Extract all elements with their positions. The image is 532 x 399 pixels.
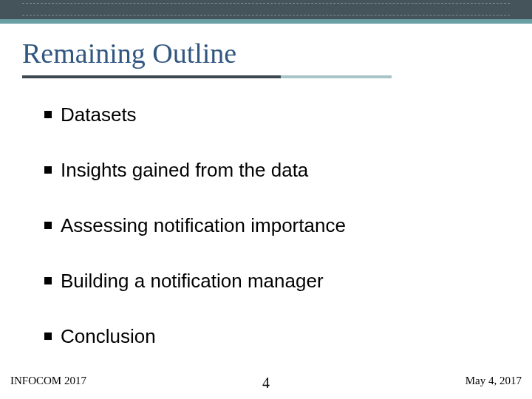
- bullet-text: Building a notification manager: [61, 270, 324, 292]
- bullet-item: Datasets: [44, 103, 488, 126]
- footer-date: May 4, 2017: [466, 375, 522, 387]
- bullet-text: Insights gained from the data: [61, 159, 308, 181]
- slide-title: Remaining Outline: [22, 37, 236, 69]
- bullet-item: Insights gained from the data: [44, 159, 488, 182]
- title-underline-dark: [22, 75, 281, 78]
- bullet-text: Datasets: [61, 103, 137, 126]
- bullet-list: Datasets Insights gained from the data A…: [44, 103, 488, 381]
- slide: Remaining Outline Datasets Insights gain…: [0, 0, 532, 399]
- bullet-item: Conclusion: [44, 325, 488, 348]
- footer-page-number: 4: [262, 375, 270, 392]
- bullet-item: Assessing notification importance: [44, 214, 488, 237]
- title-underline: [22, 75, 392, 78]
- bullet-item: Building a notification manager: [44, 270, 488, 293]
- top-band: [0, 0, 532, 19]
- title-underline-teal: [281, 75, 392, 78]
- teal-strip: [0, 19, 532, 24]
- top-band-rule-1: [22, 3, 510, 4]
- bullet-text: Assessing notification importance: [61, 214, 346, 236]
- top-band-rule-2: [22, 15, 510, 16]
- footer-left: INFOCOM 2017: [10, 375, 86, 387]
- bullet-text: Conclusion: [61, 325, 156, 347]
